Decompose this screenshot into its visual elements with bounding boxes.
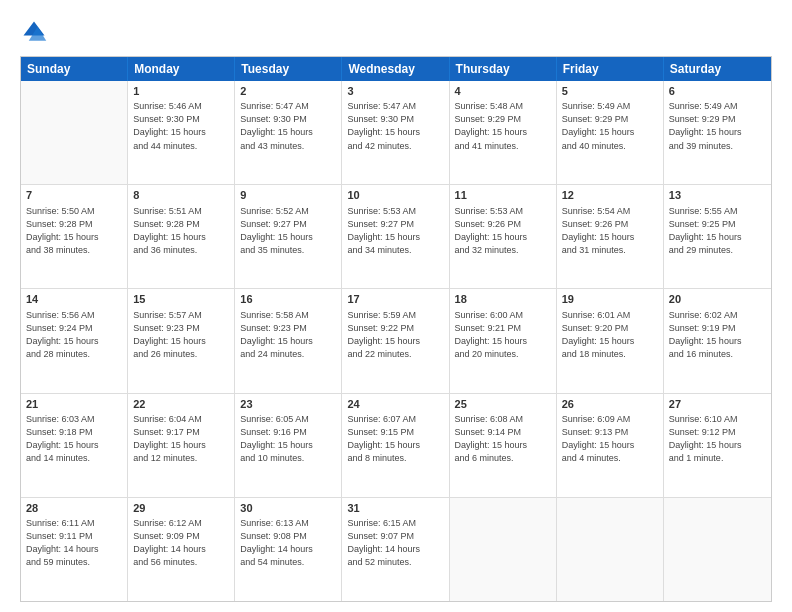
cal-day-3: 3Sunrise: 5:47 AM Sunset: 9:30 PM Daylig…: [342, 81, 449, 184]
day-number: 2: [240, 84, 336, 99]
day-info: Sunrise: 5:54 AM Sunset: 9:26 PM Dayligh…: [562, 205, 658, 257]
cal-day-empty: [21, 81, 128, 184]
cal-day-30: 30Sunrise: 6:13 AM Sunset: 9:08 PM Dayli…: [235, 498, 342, 601]
day-number: 27: [669, 397, 766, 412]
day-info: Sunrise: 6:09 AM Sunset: 9:13 PM Dayligh…: [562, 413, 658, 465]
day-info: Sunrise: 5:47 AM Sunset: 9:30 PM Dayligh…: [240, 100, 336, 152]
day-number: 8: [133, 188, 229, 203]
logo-icon: [20, 18, 48, 46]
cal-header-wednesday: Wednesday: [342, 57, 449, 81]
calendar: SundayMondayTuesdayWednesdayThursdayFrid…: [20, 56, 772, 602]
day-number: 4: [455, 84, 551, 99]
cal-day-12: 12Sunrise: 5:54 AM Sunset: 9:26 PM Dayli…: [557, 185, 664, 288]
day-info: Sunrise: 6:00 AM Sunset: 9:21 PM Dayligh…: [455, 309, 551, 361]
cal-day-29: 29Sunrise: 6:12 AM Sunset: 9:09 PM Dayli…: [128, 498, 235, 601]
day-number: 3: [347, 84, 443, 99]
cal-header-monday: Monday: [128, 57, 235, 81]
cal-day-7: 7Sunrise: 5:50 AM Sunset: 9:28 PM Daylig…: [21, 185, 128, 288]
day-info: Sunrise: 5:58 AM Sunset: 9:23 PM Dayligh…: [240, 309, 336, 361]
calendar-header-row: SundayMondayTuesdayWednesdayThursdayFrid…: [21, 57, 771, 81]
cal-header-tuesday: Tuesday: [235, 57, 342, 81]
day-number: 9: [240, 188, 336, 203]
day-number: 16: [240, 292, 336, 307]
cal-week-3: 14Sunrise: 5:56 AM Sunset: 9:24 PM Dayli…: [21, 289, 771, 393]
day-number: 5: [562, 84, 658, 99]
day-info: Sunrise: 6:02 AM Sunset: 9:19 PM Dayligh…: [669, 309, 766, 361]
day-number: 29: [133, 501, 229, 516]
day-info: Sunrise: 5:57 AM Sunset: 9:23 PM Dayligh…: [133, 309, 229, 361]
day-number: 26: [562, 397, 658, 412]
cal-week-2: 7Sunrise: 5:50 AM Sunset: 9:28 PM Daylig…: [21, 185, 771, 289]
cal-day-14: 14Sunrise: 5:56 AM Sunset: 9:24 PM Dayli…: [21, 289, 128, 392]
day-number: 17: [347, 292, 443, 307]
cal-day-18: 18Sunrise: 6:00 AM Sunset: 9:21 PM Dayli…: [450, 289, 557, 392]
cal-header-sunday: Sunday: [21, 57, 128, 81]
day-info: Sunrise: 5:49 AM Sunset: 9:29 PM Dayligh…: [562, 100, 658, 152]
day-number: 22: [133, 397, 229, 412]
day-info: Sunrise: 6:04 AM Sunset: 9:17 PM Dayligh…: [133, 413, 229, 465]
day-info: Sunrise: 5:55 AM Sunset: 9:25 PM Dayligh…: [669, 205, 766, 257]
day-info: Sunrise: 6:05 AM Sunset: 9:16 PM Dayligh…: [240, 413, 336, 465]
day-number: 20: [669, 292, 766, 307]
day-number: 19: [562, 292, 658, 307]
day-number: 10: [347, 188, 443, 203]
day-info: Sunrise: 6:15 AM Sunset: 9:07 PM Dayligh…: [347, 517, 443, 569]
cal-day-26: 26Sunrise: 6:09 AM Sunset: 9:13 PM Dayli…: [557, 394, 664, 497]
day-number: 1: [133, 84, 229, 99]
logo: [20, 18, 52, 46]
cal-day-23: 23Sunrise: 6:05 AM Sunset: 9:16 PM Dayli…: [235, 394, 342, 497]
cal-day-empty: [664, 498, 771, 601]
cal-day-2: 2Sunrise: 5:47 AM Sunset: 9:30 PM Daylig…: [235, 81, 342, 184]
cal-day-15: 15Sunrise: 5:57 AM Sunset: 9:23 PM Dayli…: [128, 289, 235, 392]
cal-day-5: 5Sunrise: 5:49 AM Sunset: 9:29 PM Daylig…: [557, 81, 664, 184]
day-number: 18: [455, 292, 551, 307]
cal-day-9: 9Sunrise: 5:52 AM Sunset: 9:27 PM Daylig…: [235, 185, 342, 288]
day-info: Sunrise: 5:46 AM Sunset: 9:30 PM Dayligh…: [133, 100, 229, 152]
day-info: Sunrise: 5:48 AM Sunset: 9:29 PM Dayligh…: [455, 100, 551, 152]
cal-day-28: 28Sunrise: 6:11 AM Sunset: 9:11 PM Dayli…: [21, 498, 128, 601]
cal-day-13: 13Sunrise: 5:55 AM Sunset: 9:25 PM Dayli…: [664, 185, 771, 288]
day-info: Sunrise: 5:47 AM Sunset: 9:30 PM Dayligh…: [347, 100, 443, 152]
day-number: 28: [26, 501, 122, 516]
page-header: [20, 18, 772, 46]
day-info: Sunrise: 5:50 AM Sunset: 9:28 PM Dayligh…: [26, 205, 122, 257]
cal-week-4: 21Sunrise: 6:03 AM Sunset: 9:18 PM Dayli…: [21, 394, 771, 498]
day-info: Sunrise: 5:53 AM Sunset: 9:27 PM Dayligh…: [347, 205, 443, 257]
day-info: Sunrise: 5:53 AM Sunset: 9:26 PM Dayligh…: [455, 205, 551, 257]
cal-day-8: 8Sunrise: 5:51 AM Sunset: 9:28 PM Daylig…: [128, 185, 235, 288]
day-info: Sunrise: 6:10 AM Sunset: 9:12 PM Dayligh…: [669, 413, 766, 465]
day-number: 15: [133, 292, 229, 307]
cal-day-20: 20Sunrise: 6:02 AM Sunset: 9:19 PM Dayli…: [664, 289, 771, 392]
day-info: Sunrise: 5:49 AM Sunset: 9:29 PM Dayligh…: [669, 100, 766, 152]
cal-header-friday: Friday: [557, 57, 664, 81]
cal-day-1: 1Sunrise: 5:46 AM Sunset: 9:30 PM Daylig…: [128, 81, 235, 184]
day-info: Sunrise: 6:01 AM Sunset: 9:20 PM Dayligh…: [562, 309, 658, 361]
day-number: 7: [26, 188, 122, 203]
page-container: SundayMondayTuesdayWednesdayThursdayFrid…: [0, 0, 792, 612]
day-number: 6: [669, 84, 766, 99]
day-info: Sunrise: 6:07 AM Sunset: 9:15 PM Dayligh…: [347, 413, 443, 465]
cal-day-19: 19Sunrise: 6:01 AM Sunset: 9:20 PM Dayli…: [557, 289, 664, 392]
day-info: Sunrise: 6:08 AM Sunset: 9:14 PM Dayligh…: [455, 413, 551, 465]
day-number: 30: [240, 501, 336, 516]
day-number: 31: [347, 501, 443, 516]
calendar-body: 1Sunrise: 5:46 AM Sunset: 9:30 PM Daylig…: [21, 81, 771, 601]
day-info: Sunrise: 6:11 AM Sunset: 9:11 PM Dayligh…: [26, 517, 122, 569]
day-info: Sunrise: 6:12 AM Sunset: 9:09 PM Dayligh…: [133, 517, 229, 569]
day-number: 14: [26, 292, 122, 307]
cal-header-saturday: Saturday: [664, 57, 771, 81]
cal-week-5: 28Sunrise: 6:11 AM Sunset: 9:11 PM Dayli…: [21, 498, 771, 601]
cal-day-11: 11Sunrise: 5:53 AM Sunset: 9:26 PM Dayli…: [450, 185, 557, 288]
day-number: 25: [455, 397, 551, 412]
day-info: Sunrise: 5:51 AM Sunset: 9:28 PM Dayligh…: [133, 205, 229, 257]
cal-day-24: 24Sunrise: 6:07 AM Sunset: 9:15 PM Dayli…: [342, 394, 449, 497]
cal-week-1: 1Sunrise: 5:46 AM Sunset: 9:30 PM Daylig…: [21, 81, 771, 185]
cal-day-empty: [557, 498, 664, 601]
day-info: Sunrise: 5:52 AM Sunset: 9:27 PM Dayligh…: [240, 205, 336, 257]
day-number: 11: [455, 188, 551, 203]
cal-day-10: 10Sunrise: 5:53 AM Sunset: 9:27 PM Dayli…: [342, 185, 449, 288]
day-info: Sunrise: 6:03 AM Sunset: 9:18 PM Dayligh…: [26, 413, 122, 465]
cal-day-25: 25Sunrise: 6:08 AM Sunset: 9:14 PM Dayli…: [450, 394, 557, 497]
day-number: 12: [562, 188, 658, 203]
cal-day-17: 17Sunrise: 5:59 AM Sunset: 9:22 PM Dayli…: [342, 289, 449, 392]
